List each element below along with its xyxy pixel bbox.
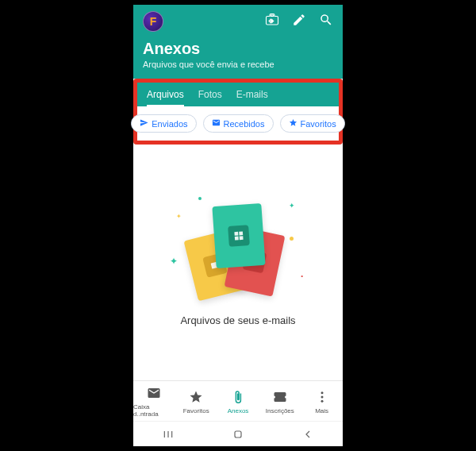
- sys-recent[interactable]: [161, 427, 175, 441]
- sparkle-icon: ✦: [170, 256, 178, 267]
- sparkle-icon: ✦: [176, 213, 182, 220]
- bottom-nav: Caixa d..ntrada Favoritos Anexos Inscriç…: [133, 380, 343, 421]
- svg-point-1: [321, 391, 323, 394]
- chip-sent-label: Enviados: [152, 119, 187, 129]
- nav-inbox[interactable]: Caixa d..ntrada: [133, 381, 175, 421]
- tab-emails[interactable]: E-mails: [236, 83, 268, 106]
- page-title: Anexos: [143, 40, 333, 58]
- dot-icon: [198, 197, 202, 200]
- svg-rect-7: [235, 431, 241, 438]
- sparkle-icon: ✦: [289, 202, 295, 210]
- app-header: F Anexos Arquivos que você envia e receb…: [133, 5, 343, 79]
- empty-content: ✦ ✦ ✦ • Arquivos de seus e-mails: [133, 145, 343, 380]
- chip-favorites[interactable]: Favoritos: [280, 114, 345, 133]
- illustration: ✦ ✦ ✦ •: [175, 199, 301, 302]
- chip-received-label: Recebidos: [224, 119, 265, 129]
- chip-received[interactable]: Recebidos: [203, 114, 274, 133]
- nav-attachments-label: Anexos: [228, 407, 249, 414]
- chip-sent[interactable]: Enviados: [131, 114, 196, 133]
- nav-favorites-label: Favoritos: [183, 407, 209, 414]
- send-icon: [140, 118, 148, 129]
- top-bar: F: [143, 11, 333, 32]
- nav-subscriptions[interactable]: Inscrições: [259, 381, 301, 421]
- tab-files[interactable]: Arquivos: [147, 83, 184, 106]
- highlight-box: Arquivos Fotos E-mails Enviados Recebido…: [133, 79, 343, 145]
- nav-subscriptions-label: Inscrições: [266, 407, 294, 414]
- medkit-icon[interactable]: [265, 13, 279, 30]
- chip-favorites-label: Favoritos: [301, 119, 336, 129]
- star-icon: [189, 390, 203, 406]
- phone-frame: F Anexos Arquivos que você envia e receb…: [133, 5, 343, 446]
- search-icon[interactable]: [319, 13, 333, 30]
- nav-more[interactable]: Mais: [301, 381, 343, 421]
- nav-more-label: Mais: [315, 407, 328, 414]
- avatar-letter: F: [150, 15, 157, 28]
- nav-attachments[interactable]: Anexos: [217, 381, 259, 421]
- mail-icon: [212, 118, 221, 129]
- star-icon: [289, 118, 298, 129]
- more-icon: [315, 390, 329, 406]
- tabs-row: Arquivos Fotos E-mails: [137, 83, 339, 106]
- tab-photos[interactable]: Fotos: [198, 83, 222, 106]
- svg-point-3: [321, 399, 323, 402]
- nav-favorites[interactable]: Favoritos: [175, 381, 217, 421]
- top-icons: [265, 13, 333, 30]
- dot-icon: [290, 237, 294, 241]
- paperclip-icon: [231, 390, 245, 406]
- doc-sheet: [212, 203, 265, 268]
- edit-icon[interactable]: [292, 13, 306, 30]
- empty-text: Arquivos de seus e-mails: [180, 314, 295, 326]
- system-nav: [133, 421, 343, 446]
- ticket-icon: [273, 390, 287, 406]
- avatar[interactable]: F: [143, 11, 163, 32]
- filter-chips: Enviados Recebidos Favoritos: [137, 106, 339, 141]
- sparkle-icon: •: [301, 272, 303, 279]
- page-subtitle: Arquivos que você envia e recebe: [143, 60, 333, 69]
- sys-home[interactable]: [231, 427, 245, 441]
- inbox-icon: [147, 386, 161, 402]
- sys-back[interactable]: [301, 427, 315, 441]
- svg-point-2: [321, 395, 323, 398]
- nav-inbox-label: Caixa d..ntrada: [133, 403, 175, 418]
